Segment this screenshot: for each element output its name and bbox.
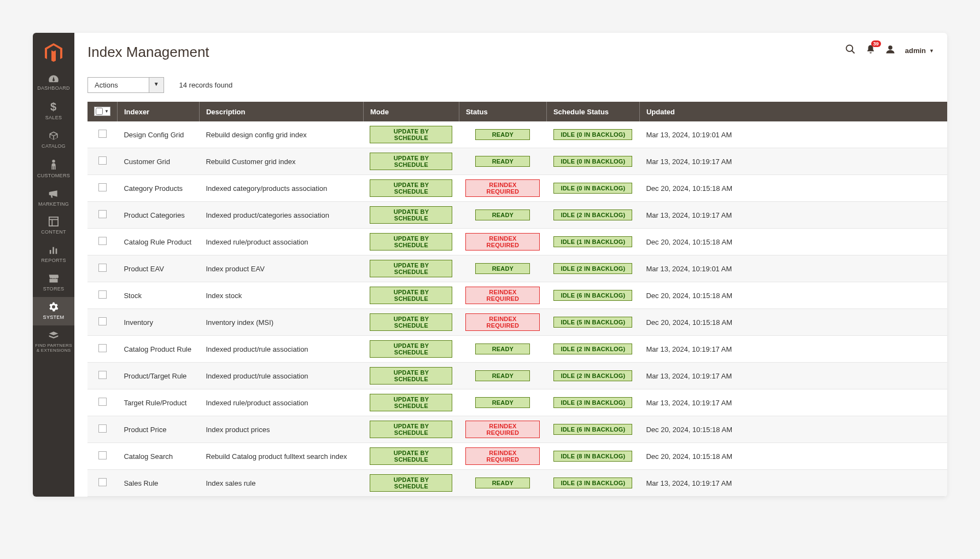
- cell-description: Index product prices: [199, 416, 363, 443]
- schedule-badge: IDLE (0 IN BACKLOG): [553, 156, 632, 167]
- cell-updated: Mar 13, 2024, 10:19:17 AM: [639, 470, 947, 497]
- row-checkbox[interactable]: [98, 156, 107, 165]
- mode-badge: UPDATE BY SCHEDULE: [370, 179, 452, 197]
- sidebar-item-label: CATALOG: [35, 144, 72, 149]
- header-description[interactable]: Description: [199, 102, 363, 121]
- select-all-checkbox[interactable]: ▼: [94, 107, 110, 116]
- status-badge: REINDEX REQUIRED: [465, 313, 540, 331]
- mode-badge: UPDATE BY SCHEDULE: [370, 447, 452, 465]
- sidebar-item-customers[interactable]: CUSTOMERS: [33, 154, 74, 184]
- mode-badge: UPDATE BY SCHEDULE: [370, 126, 452, 143]
- search-icon[interactable]: [845, 44, 856, 57]
- sidebar-item-sales[interactable]: $SALES: [33, 96, 74, 126]
- sidebar-item-stores[interactable]: STORES: [33, 269, 74, 297]
- cell-indexer: Target Rule/Product: [117, 389, 199, 416]
- svg-rect-7: [56, 249, 57, 254]
- schedule-badge: IDLE (6 IN BACKLOG): [553, 424, 632, 435]
- notifications-icon[interactable]: 39: [866, 44, 876, 57]
- sidebar-item-label: REPORTS: [35, 258, 72, 264]
- sidebar-item-content[interactable]: CONTENT: [33, 212, 74, 240]
- row-checkbox[interactable]: [98, 344, 107, 352]
- cell-updated: Dec 20, 2024, 10:15:18 AM: [639, 282, 947, 309]
- cell-description: Indexed rule/product association: [199, 389, 363, 416]
- cell-indexer: Stock: [117, 282, 199, 309]
- status-badge: READY: [475, 156, 530, 167]
- header-indexer[interactable]: Indexer: [117, 102, 199, 121]
- table-row: StockIndex stockUPDATE BY SCHEDULEREINDE…: [88, 282, 947, 309]
- row-checkbox[interactable]: [98, 371, 107, 379]
- bars-icon: [35, 245, 72, 257]
- status-badge: REINDEX REQUIRED: [465, 421, 540, 438]
- main-content: Index Management 39 admin ▼: [74, 33, 947, 497]
- cell-indexer: Customer Grid: [117, 148, 199, 175]
- cell-indexer: Design Config Grid: [117, 121, 199, 148]
- header-mode[interactable]: Mode: [363, 102, 459, 121]
- sidebar-item-find-partners-extensions[interactable]: FIND PARTNERS & EXTENSIONS: [33, 325, 74, 358]
- cell-description: Indexed category/products association: [199, 175, 363, 202]
- cell-indexer: Product Price: [117, 416, 199, 443]
- row-checkbox[interactable]: [98, 130, 107, 138]
- header-status[interactable]: Status: [459, 102, 546, 121]
- sidebar-item-dashboard[interactable]: DASHBOARD: [33, 69, 74, 96]
- cell-updated: Mar 13, 2024, 10:19:17 AM: [639, 389, 947, 416]
- cell-updated: Mar 13, 2024, 10:19:17 AM: [639, 363, 947, 389]
- row-checkbox[interactable]: [98, 424, 107, 433]
- schedule-badge: IDLE (6 IN BACKLOG): [553, 290, 632, 301]
- cell-description: Rebuild Catalog product fulltext search …: [199, 443, 363, 470]
- row-checkbox[interactable]: [98, 237, 107, 245]
- status-badge: READY: [475, 343, 530, 354]
- header-schedule[interactable]: Schedule Status: [546, 102, 639, 121]
- svg-point-10: [888, 45, 892, 50]
- cell-description: Indexed product/rule association: [199, 336, 363, 363]
- row-checkbox[interactable]: [98, 183, 107, 191]
- sidebar-item-marketing[interactable]: MARKETING: [33, 184, 74, 212]
- user-menu[interactable]: admin ▼: [905, 46, 934, 55]
- mode-badge: UPDATE BY SCHEDULE: [370, 287, 452, 304]
- row-checkbox[interactable]: [98, 317, 107, 325]
- row-checkbox[interactable]: [98, 451, 107, 459]
- partners-icon: [35, 330, 72, 342]
- header-updated[interactable]: Updated: [639, 102, 947, 121]
- table-row: Catalog Rule ProductIndexed rule/product…: [88, 229, 947, 255]
- row-checkbox[interactable]: [98, 264, 107, 272]
- cell-updated: Mar 13, 2024, 10:19:17 AM: [639, 148, 947, 175]
- schedule-badge: IDLE (2 IN BACKLOG): [553, 343, 632, 354]
- cell-updated: Dec 20, 2024, 10:15:18 AM: [639, 175, 947, 202]
- mode-badge: UPDATE BY SCHEDULE: [370, 421, 452, 438]
- actions-label[interactable]: Actions: [88, 77, 149, 93]
- dashboard-icon: [35, 74, 72, 84]
- sidebar-item-catalog[interactable]: CATALOG: [33, 126, 74, 154]
- cell-description: Inventory index (MSI): [199, 309, 363, 336]
- actions-dropdown[interactable]: Actions ▼: [88, 77, 164, 93]
- cell-updated: Mar 13, 2024, 10:19:01 AM: [639, 255, 947, 282]
- status-badge: READY: [475, 129, 530, 140]
- sidebar-item-label: CUSTOMERS: [35, 173, 72, 179]
- sidebar-item-label: DASHBOARD: [35, 86, 72, 91]
- sidebar-item-label: FIND PARTNERS & EXTENSIONS: [35, 343, 72, 353]
- schedule-badge: IDLE (8 IN BACKLOG): [553, 451, 632, 462]
- row-checkbox[interactable]: [98, 290, 107, 299]
- mode-badge: UPDATE BY SCHEDULE: [370, 340, 452, 358]
- status-badge: REINDEX REQUIRED: [465, 179, 540, 197]
- svg-point-8: [846, 45, 853, 52]
- row-checkbox[interactable]: [98, 210, 107, 218]
- magento-logo[interactable]: [43, 43, 64, 63]
- schedule-badge: IDLE (2 IN BACKLOG): [553, 370, 632, 381]
- table-row: Product EAVIndex product EAVUPDATE BY SC…: [88, 255, 947, 282]
- sidebar-item-system[interactable]: SYSTEM: [33, 297, 74, 325]
- row-checkbox[interactable]: [98, 398, 107, 406]
- svg-point-1: [52, 160, 55, 162]
- cell-indexer: Catalog Search: [117, 443, 199, 470]
- user-icon[interactable]: [885, 44, 895, 57]
- sidebar-item-label: CONTENT: [35, 230, 72, 235]
- table-row: Product CategoriesIndexed product/catego…: [88, 202, 947, 229]
- cell-updated: Dec 20, 2024, 10:15:18 AM: [639, 416, 947, 443]
- sidebar-item-label: MARKETING: [35, 202, 72, 207]
- mode-badge: UPDATE BY SCHEDULE: [370, 367, 452, 385]
- table-row: InventoryInventory index (MSI)UPDATE BY …: [88, 309, 947, 336]
- actions-toggle[interactable]: ▼: [149, 77, 164, 93]
- megaphone-icon: [35, 189, 72, 200]
- row-checkbox[interactable]: [98, 478, 107, 486]
- mode-badge: UPDATE BY SCHEDULE: [370, 206, 452, 224]
- sidebar-item-reports[interactable]: REPORTS: [33, 240, 74, 269]
